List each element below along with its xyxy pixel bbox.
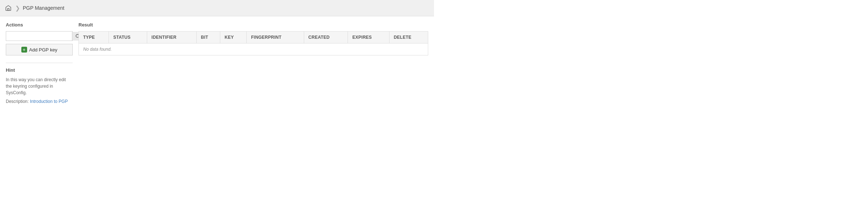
col-fingerprint: FINGERPRINT <box>247 32 304 43</box>
result-table: TYPE STATUS IDENTIFIER BIT KEY FINGERPRI… <box>78 31 428 55</box>
add-pgp-key-label: Add PGP key <box>29 47 58 53</box>
no-data-cell: No data found. <box>79 43 428 55</box>
result-title: Result <box>78 22 428 28</box>
col-expires: EXPIRES <box>348 32 389 43</box>
no-data-row: No data found. <box>79 43 428 55</box>
hint-description: Description: Introduction to PGP <box>6 99 73 104</box>
col-key: KEY <box>220 32 247 43</box>
hint-title: Hint <box>6 67 73 73</box>
search-input[interactable] <box>6 32 72 41</box>
actions-section-title: Actions <box>6 22 73 28</box>
col-identifier: IDENTIFIER <box>147 32 196 43</box>
plus-icon: + <box>21 47 27 53</box>
breadcrumb-title: PGP Management <box>23 5 64 11</box>
col-status: STATUS <box>109 32 147 43</box>
col-bit: BIT <box>196 32 220 43</box>
home-icon[interactable] <box>4 4 12 12</box>
col-created: CREATED <box>304 32 348 43</box>
left-panel: Actions + Add PGP key Hint In this way y… <box>6 22 73 104</box>
hint-text: In this way you can directly edit the ke… <box>6 76 73 96</box>
main-content: Actions + Add PGP key Hint In this way y… <box>0 16 434 110</box>
hint-link[interactable]: Introduction to PGP <box>30 99 68 104</box>
breadcrumb-separator: ❯ <box>15 5 20 12</box>
table-header-row: TYPE STATUS IDENTIFIER BIT KEY FINGERPRI… <box>79 32 428 43</box>
hint-section: Hint In this way you can directly edit t… <box>6 63 73 104</box>
right-panel: Result TYPE STATUS IDENTIFIER BIT KEY FI… <box>78 22 428 55</box>
col-type: TYPE <box>79 32 109 43</box>
search-row <box>6 31 73 41</box>
svg-rect-0 <box>8 9 9 11</box>
breadcrumb-bar: ❯ PGP Management <box>0 0 434 16</box>
hint-description-prefix: Description: <box>6 99 30 104</box>
add-pgp-key-button[interactable]: + Add PGP key <box>6 44 73 55</box>
col-delete: DELETE <box>389 32 428 43</box>
